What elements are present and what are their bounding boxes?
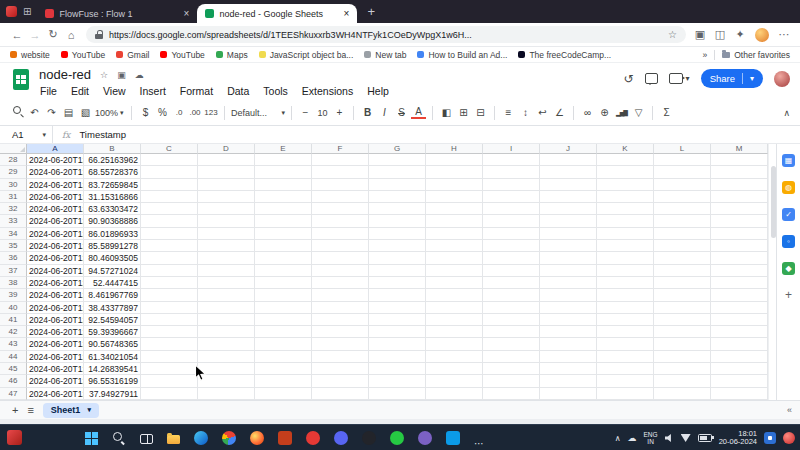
vertical-scrollbar[interactable] (768, 144, 776, 400)
app-red-icon[interactable] (306, 431, 320, 445)
all-sheets-button[interactable]: ≡ (27, 401, 33, 420)
menu-extensions[interactable]: Extensions (295, 84, 360, 98)
whatsapp-icon[interactable] (390, 431, 404, 445)
cell-empty[interactable] (597, 338, 654, 350)
cell-empty[interactable] (312, 265, 369, 277)
cell-empty[interactable] (312, 215, 369, 227)
cell-empty[interactable] (312, 252, 369, 264)
increase-font-size-button[interactable]: + (332, 106, 347, 120)
cell-empty[interactable] (312, 351, 369, 363)
row-number[interactable]: 47 (0, 388, 27, 400)
bookmark-item[interactable]: YouTube (160, 50, 204, 60)
cell-empty[interactable] (426, 289, 483, 301)
cell-empty[interactable] (711, 228, 768, 240)
network-icon[interactable] (681, 434, 691, 442)
column-header-E[interactable]: E (255, 144, 312, 154)
hidden-icons-chevron[interactable]: ∧ (615, 434, 621, 443)
cell-empty[interactable] (369, 302, 426, 314)
cell-empty[interactable] (483, 166, 540, 178)
cell-empty[interactable] (426, 154, 483, 166)
cell-empty[interactable] (369, 215, 426, 227)
cell-empty[interactable] (426, 338, 483, 350)
cell-empty[interactable] (255, 228, 312, 240)
cell-empty[interactable] (540, 302, 597, 314)
cell-empty[interactable] (483, 375, 540, 387)
format-percent-button[interactable]: % (155, 106, 170, 120)
cell-empty[interactable] (483, 191, 540, 203)
cell-A31[interactable]: 2024-06-20T12: (27, 191, 84, 203)
cell-empty[interactable] (141, 191, 198, 203)
cell-empty[interactable] (426, 166, 483, 178)
cell-A28[interactable]: 2024-06-20T12: (27, 154, 84, 166)
cell-empty[interactable] (312, 240, 369, 252)
cell-empty[interactable] (597, 277, 654, 289)
comments-icon[interactable] (645, 73, 658, 84)
cell-empty[interactable] (312, 191, 369, 203)
cell-empty[interactable] (255, 388, 312, 400)
clock[interactable]: 18:01 20-06-2024 (719, 430, 757, 447)
cell-empty[interactable] (369, 326, 426, 338)
cell-empty[interactable] (654, 265, 711, 277)
cell-empty[interactable] (654, 179, 711, 191)
cell-empty[interactable] (654, 215, 711, 227)
cell-empty[interactable] (198, 363, 255, 375)
cell-A36[interactable]: 2024-06-20T12: (27, 252, 84, 264)
cell-empty[interactable] (483, 240, 540, 252)
cell-A29[interactable]: 2024-06-20T12: (27, 166, 84, 178)
url-text[interactable]: https://docs.google.com/spreadsheets/d/1… (109, 30, 662, 40)
bookmark-item[interactable]: Maps (216, 50, 248, 60)
cell-empty[interactable] (198, 203, 255, 215)
cell-empty[interactable] (198, 191, 255, 203)
cell-empty[interactable] (426, 388, 483, 400)
cell-empty[interactable] (597, 179, 654, 191)
cell-empty[interactable] (255, 154, 312, 166)
cell-empty[interactable] (369, 277, 426, 289)
star-document-icon[interactable]: ☆ (100, 70, 108, 80)
cell-empty[interactable] (711, 375, 768, 387)
cell-empty[interactable] (255, 302, 312, 314)
text-color-button[interactable]: A (411, 106, 426, 119)
cell-empty[interactable] (198, 314, 255, 326)
cell-empty[interactable] (426, 302, 483, 314)
cell-empty[interactable] (597, 215, 654, 227)
cell-empty[interactable] (141, 228, 198, 240)
cell-empty[interactable] (426, 252, 483, 264)
create-filter-button[interactable]: ▽ (631, 106, 646, 120)
obs-icon[interactable] (362, 431, 376, 445)
cell-empty[interactable] (426, 351, 483, 363)
cell-empty[interactable] (141, 289, 198, 301)
zoom-select[interactable]: 100% ▾ (95, 108, 125, 118)
column-header-I[interactable]: I (483, 144, 540, 154)
cell-empty[interactable] (711, 363, 768, 375)
cell-empty[interactable] (483, 351, 540, 363)
cell-empty[interactable] (198, 265, 255, 277)
column-header-L[interactable]: L (654, 144, 711, 154)
cell-empty[interactable] (312, 302, 369, 314)
row-number[interactable]: 36 (0, 252, 27, 264)
cell-empty[interactable] (369, 363, 426, 375)
bookmark-item[interactable]: How to Build an Ad... (417, 50, 507, 60)
cell-empty[interactable] (483, 215, 540, 227)
vscode-icon[interactable] (446, 431, 460, 445)
column-header-C[interactable]: C (141, 144, 198, 154)
row-number[interactable]: 44 (0, 351, 27, 363)
menu-insert[interactable]: Insert (133, 84, 173, 98)
sheet-tab-sheet1[interactable]: Sheet1 ▾ (43, 403, 99, 418)
cell-empty[interactable] (198, 166, 255, 178)
cell-empty[interactable] (597, 154, 654, 166)
browser-tab[interactable]: node-red - Google Sheets× (197, 4, 357, 23)
share-button[interactable]: Share ▾ (701, 69, 763, 88)
cell-empty[interactable] (711, 215, 768, 227)
cell-empty[interactable] (540, 252, 597, 264)
cell-empty[interactable] (540, 179, 597, 191)
insert-link-button[interactable]: ∞ (580, 106, 595, 120)
cell-A35[interactable]: 2024-06-20T12: (27, 240, 84, 252)
cell-empty[interactable] (711, 240, 768, 252)
format-currency-button[interactable]: $ (138, 106, 153, 120)
side-panel-add-icon[interactable]: + (785, 289, 792, 301)
cell-empty[interactable] (369, 375, 426, 387)
maps-icon[interactable]: ◆ (782, 262, 795, 275)
meet-icon[interactable]: ▾ (669, 73, 690, 84)
cell-empty[interactable] (540, 277, 597, 289)
cell-empty[interactable] (597, 191, 654, 203)
